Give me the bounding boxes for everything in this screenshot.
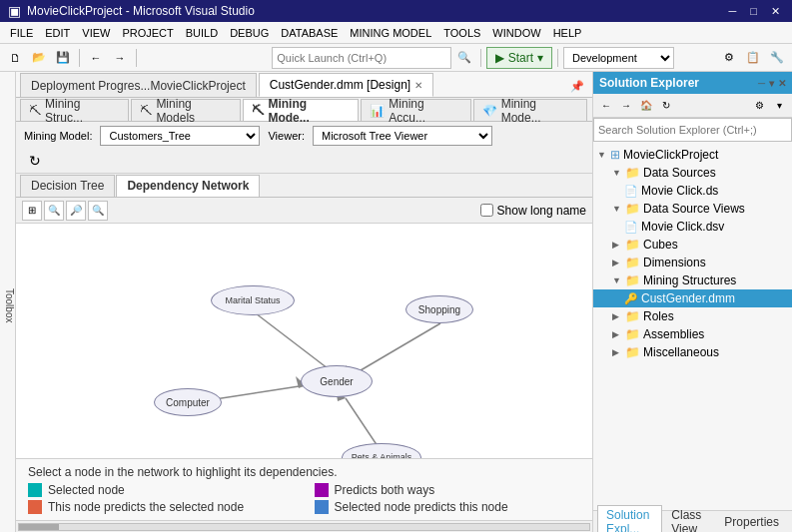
mining-tab-3[interactable]: 📊Mining Accu... bbox=[361, 99, 470, 121]
quick-launch-input[interactable] bbox=[272, 47, 451, 69]
misc-expand-icon[interactable]: ▶ bbox=[612, 347, 622, 357]
tree-roles[interactable]: ▶ 📁 Roles bbox=[593, 307, 792, 325]
bottom-tab-prop-label: Properties bbox=[724, 515, 779, 529]
zoom-fit-button[interactable]: ⊞ bbox=[22, 201, 42, 221]
se-home-btn[interactable]: 🏠 bbox=[637, 97, 655, 115]
tab-custgender-close[interactable]: ✕ bbox=[414, 80, 422, 91]
menu-item-view[interactable]: VIEW bbox=[76, 25, 116, 41]
se-search-input[interactable] bbox=[593, 118, 792, 142]
configuration-dropdown[interactable]: Development bbox=[563, 47, 674, 69]
mining-structures-expand-icon[interactable]: ▼ bbox=[612, 275, 622, 285]
mining-tab-1[interactable]: ⛏Mining Models bbox=[131, 99, 241, 121]
se-settings-btn[interactable]: ⚙ bbox=[750, 97, 768, 115]
scroll-track[interactable] bbox=[18, 523, 590, 531]
horizontal-scrollbar[interactable] bbox=[16, 520, 592, 532]
se-back-btn[interactable]: ← bbox=[597, 97, 615, 115]
scroll-thumb[interactable] bbox=[19, 524, 59, 530]
sub-tab-dependency-network[interactable]: Dependency Network bbox=[116, 175, 260, 197]
tab-custgender[interactable]: CustGender.dmm [Design] ✕ bbox=[259, 73, 433, 97]
tree-mining-structures[interactable]: ▼ 📁 Mining Structures bbox=[593, 271, 792, 289]
assemblies-expand-icon[interactable]: ▶ bbox=[612, 329, 622, 339]
mining-tab-4[interactable]: 💎Mining Mode... bbox=[473, 99, 587, 121]
back-button[interactable]: ← bbox=[85, 47, 107, 69]
dimensions-expand-icon[interactable]: ▶ bbox=[612, 258, 622, 267]
mining-model-dropdown[interactable]: Customers_Tree bbox=[100, 126, 260, 146]
tab-deployment[interactable]: Deployment Progres...MovieClickProject bbox=[20, 73, 257, 97]
tree-miscellaneous[interactable]: ▶ 📁 Miscellaneous bbox=[593, 343, 792, 361]
run-button[interactable]: ▶ Start ▾ bbox=[486, 47, 552, 69]
mining-tab-0[interactable]: ⛏Mining Struc... bbox=[20, 99, 129, 121]
node-pets-animals[interactable]: Pets & Animals bbox=[342, 443, 421, 458]
node-computer[interactable]: Computer bbox=[154, 388, 222, 416]
tree-movie-click-ds[interactable]: 📄 Movie Click.ds bbox=[593, 182, 792, 200]
extra-toolbar-btn1[interactable]: ⚙ bbox=[718, 47, 740, 69]
search-node-button[interactable]: 🔍 bbox=[88, 201, 108, 221]
search-icon[interactable]: 🔍 bbox=[453, 47, 475, 69]
menu-item-file[interactable]: FILE bbox=[4, 25, 39, 41]
run-dropdown[interactable]: ▾ bbox=[537, 51, 543, 65]
custgender-dmm-icon: 🔑 bbox=[624, 292, 638, 305]
extra-toolbar-btn2[interactable]: 📋 bbox=[742, 47, 764, 69]
bottom-tab-class-view[interactable]: Class View bbox=[662, 505, 715, 533]
menu-item-project[interactable]: PROJECT bbox=[116, 25, 179, 41]
tree-root[interactable]: ▼ ⊞ MovieClickProject bbox=[593, 146, 792, 164]
sub-tabs: Decision Tree Dependency Network bbox=[16, 174, 592, 198]
refresh-button[interactable]: ↻ bbox=[24, 150, 46, 172]
new-button[interactable]: 🗋 bbox=[4, 47, 26, 69]
tree-data-source-views[interactable]: ▼ 📁 Data Source Views bbox=[593, 200, 792, 218]
se-arrow-icon[interactable]: ▾ bbox=[769, 78, 774, 89]
data-sources-expand-icon[interactable]: ▼ bbox=[612, 168, 622, 178]
mining-tab-icon-3: 📊 bbox=[370, 104, 385, 118]
cubes-expand-icon[interactable]: ▶ bbox=[612, 240, 622, 250]
menu-item-help[interactable]: HELP bbox=[547, 25, 588, 41]
open-button[interactable]: 📂 bbox=[28, 47, 50, 69]
tree-cubes[interactable]: ▶ 📁 Cubes bbox=[593, 236, 792, 254]
dsv-expand-icon[interactable]: ▼ bbox=[612, 204, 622, 214]
tree-data-sources[interactable]: ▼ 📁 Data Sources bbox=[593, 164, 792, 182]
assemblies-label: Assemblies bbox=[643, 327, 704, 341]
roles-expand-icon[interactable]: ▶ bbox=[612, 311, 622, 321]
pin-icon[interactable]: 📌 bbox=[566, 75, 588, 97]
sub-tab-decision-tree[interactable]: Decision Tree bbox=[20, 175, 115, 197]
show-long-name-checkbox[interactable] bbox=[480, 204, 493, 217]
tree-dimensions[interactable]: ▶ 📁 Dimensions bbox=[593, 254, 792, 271]
bottom-tab-properties[interactable]: Properties bbox=[715, 512, 788, 532]
menu-item-build[interactable]: BUILD bbox=[180, 25, 224, 41]
bottom-tab-solution-explorer[interactable]: Solution Expl... bbox=[597, 505, 662, 533]
menu-item-debug[interactable]: DEBUG bbox=[224, 25, 275, 41]
zoom-in-button[interactable]: 🔍 bbox=[44, 201, 64, 221]
menu-item-mining-model[interactable]: MINING MODEL bbox=[344, 25, 437, 41]
extra-toolbar-btn3[interactable]: 🔧 bbox=[766, 47, 788, 69]
toolbox-tab[interactable]: Toolbox bbox=[0, 72, 16, 532]
minimize-button[interactable]: ─ bbox=[725, 5, 741, 18]
show-long-name-label: Show long name bbox=[497, 204, 586, 218]
zoom-out-button[interactable]: 🔎 bbox=[66, 201, 86, 221]
mining-tab-2[interactable]: ⛏Mining Mode... bbox=[243, 99, 359, 121]
document-tabs: Deployment Progres...MovieClickProject C… bbox=[16, 72, 592, 98]
save-button[interactable]: 💾 bbox=[52, 47, 74, 69]
close-button[interactable]: ✕ bbox=[767, 5, 784, 18]
viewer-dropdown[interactable]: Microsoft Tree Viewer bbox=[313, 126, 492, 146]
tree-custgender-dmm[interactable]: 🔑 CustGender.dmm bbox=[593, 289, 792, 307]
menu-item-database[interactable]: DATABASE bbox=[275, 25, 344, 41]
menu-item-edit[interactable]: EDIT bbox=[39, 25, 76, 41]
maximize-button[interactable]: □ bbox=[746, 5, 761, 18]
se-forward-btn[interactable]: → bbox=[617, 97, 635, 115]
node-marital-status[interactable]: Marital Status bbox=[211, 285, 295, 315]
sep1 bbox=[79, 49, 80, 67]
forward-button[interactable]: → bbox=[109, 47, 131, 69]
menu-item-tools[interactable]: TOOLS bbox=[437, 25, 486, 41]
legend-color-both-ways bbox=[315, 483, 329, 497]
mining-tab-label-4: Mining Mode... bbox=[501, 97, 578, 125]
se-filter-btn[interactable]: ▾ bbox=[770, 97, 788, 115]
root-expand-icon[interactable]: ▼ bbox=[597, 150, 607, 160]
legend-label-selected-predicts: Selected node predicts this node bbox=[335, 500, 508, 514]
node-gender[interactable]: Gender bbox=[301, 365, 373, 397]
menu-item-window[interactable]: WINDOW bbox=[486, 25, 546, 41]
tree-movie-click-dsv[interactable]: 📄 Movie Click.dsv bbox=[593, 218, 792, 236]
se-refresh-btn[interactable]: ↻ bbox=[657, 97, 675, 115]
se-pin-icon[interactable]: ─ bbox=[758, 78, 765, 89]
node-shopping[interactable]: Shopping bbox=[405, 295, 473, 323]
se-close-icon[interactable]: ✕ bbox=[778, 78, 786, 89]
tree-assemblies[interactable]: ▶ 📁 Assemblies bbox=[593, 325, 792, 343]
